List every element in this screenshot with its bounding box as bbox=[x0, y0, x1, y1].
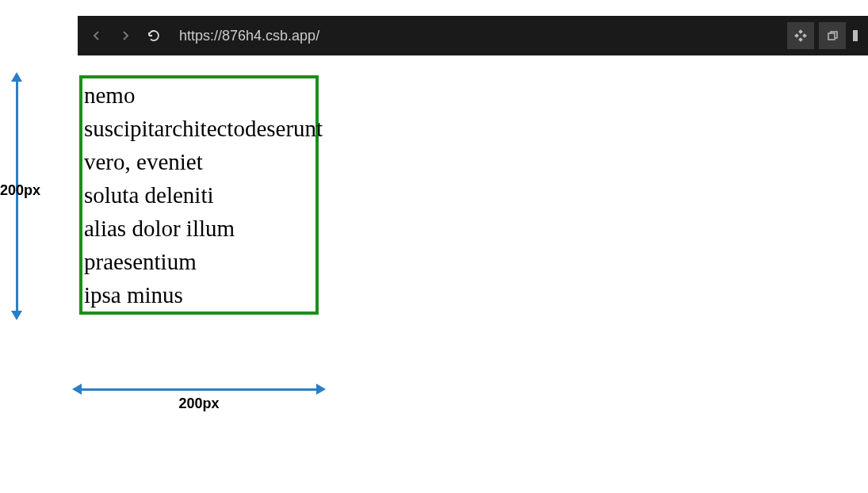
svg-rect-3 bbox=[802, 33, 807, 38]
url-text[interactable]: https://876h4.csb.app/ bbox=[179, 28, 781, 44]
chevron-right-icon bbox=[120, 30, 131, 41]
list-item: ipsa minus bbox=[84, 278, 314, 311]
svg-rect-0 bbox=[798, 29, 803, 34]
diamond-icon bbox=[794, 29, 807, 42]
svg-rect-2 bbox=[794, 33, 799, 38]
browser-address-bar: https://876h4.csb.app/ bbox=[78, 16, 868, 55]
svg-rect-5 bbox=[853, 30, 858, 41]
content-area: nemo suscipitarchitectodeserunt vero, ev… bbox=[79, 75, 319, 315]
list-item: praesentium bbox=[84, 245, 314, 278]
toolbar-diamond-button[interactable] bbox=[787, 22, 814, 49]
item-list: nemo suscipitarchitectodeserunt vero, ev… bbox=[84, 78, 314, 311]
horizontal-arrow bbox=[79, 388, 319, 391]
nav-reload-button[interactable] bbox=[143, 25, 165, 47]
svg-rect-4 bbox=[828, 33, 835, 40]
list-item: nemo bbox=[84, 78, 314, 112]
reload-icon bbox=[147, 29, 161, 43]
chevron-left-icon bbox=[91, 30, 102, 41]
dimension-horizontal: 200px bbox=[79, 388, 319, 412]
copy-icon bbox=[826, 29, 839, 42]
svg-rect-1 bbox=[798, 37, 803, 42]
list-item: vero, eveniet bbox=[84, 145, 314, 178]
nav-back-button[interactable] bbox=[86, 25, 108, 47]
list-item: alias dolor illum bbox=[84, 212, 314, 245]
toolbar-window-button[interactable] bbox=[819, 22, 846, 49]
width-label: 200px bbox=[178, 396, 219, 412]
list-item: soluta deleniti bbox=[84, 178, 314, 212]
nav-forward-button[interactable] bbox=[114, 25, 136, 47]
toolbar-right bbox=[787, 22, 860, 49]
toolbar-more-button[interactable] bbox=[851, 22, 860, 49]
list-item: suscipitarchitectodeserunt bbox=[84, 112, 314, 145]
overflow-box: nemo suscipitarchitectodeserunt vero, ev… bbox=[79, 75, 319, 315]
partial-icon bbox=[853, 29, 858, 43]
height-label: 200px bbox=[0, 182, 40, 199]
